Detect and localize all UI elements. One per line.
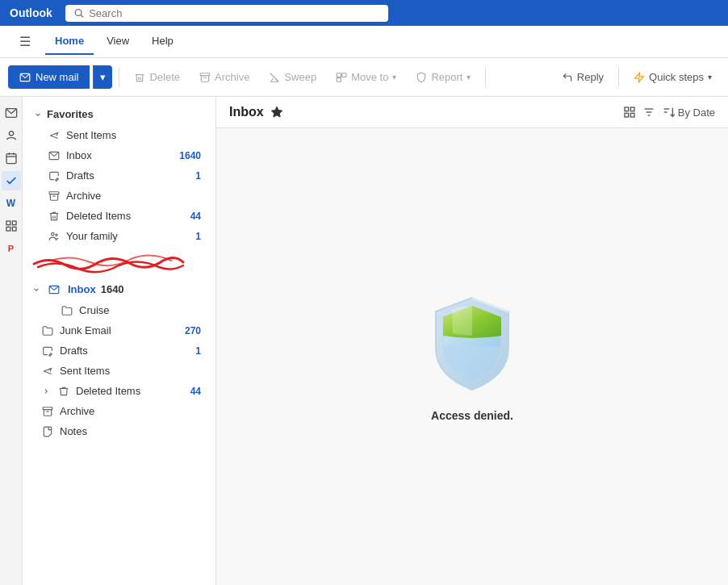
star-icon[interactable] [270, 106, 283, 119]
toolbar-separator [119, 68, 119, 87]
collapse-inbox-icon [32, 286, 40, 294]
inbox-icon [48, 150, 60, 161]
folder-item-sent-fav[interactable]: Sent Items [26, 125, 212, 145]
delete-button[interactable]: Delete [126, 66, 188, 88]
content-header: Inbox [216, 97, 728, 128]
folder-item-sent2[interactable]: Sent Items [26, 361, 212, 381]
svg-line-20 [57, 178, 58, 178]
svg-marker-8 [635, 73, 644, 82]
sent-icon [48, 130, 60, 141]
sidebar-icon-people[interactable] [2, 126, 21, 145]
svg-rect-21 [49, 191, 59, 194]
app-title: Outlook [10, 6, 52, 19]
access-denied-text: Access denied. [431, 409, 513, 422]
sent2-icon [42, 366, 53, 377]
deleted2-count: 44 [190, 386, 201, 397]
sidebar-icon-word[interactable]: W [2, 194, 21, 213]
filter-button[interactable] [642, 106, 655, 119]
folder-item-archive2[interactable]: Archive [26, 401, 212, 421]
sidebar-icon-grid[interactable] [2, 216, 21, 236]
svg-rect-30 [630, 107, 634, 111]
svg-rect-11 [6, 154, 16, 164]
report-button[interactable]: Report [408, 66, 479, 88]
folder-item-archive-fav[interactable]: Archive [26, 186, 212, 206]
tab-home[interactable]: Home [45, 28, 94, 55]
envelope-icon [19, 72, 31, 83]
folder-item-deleted2[interactable]: Deleted Items 44 [26, 381, 212, 401]
search-icon [73, 7, 84, 19]
hamburger-button[interactable]: ☰ [16, 31, 34, 52]
folder-item-drafts-fav[interactable]: Drafts 1 [26, 165, 212, 186]
folder-item-inbox-fav[interactable]: Inbox 1640 [26, 145, 212, 165]
archive-button[interactable]: Archive [191, 66, 257, 88]
sidebar-icon-calendar[interactable] [2, 148, 21, 168]
svg-marker-28 [271, 107, 282, 117]
folder-item-cruise[interactable]: Cruise [26, 300, 212, 320]
quick-steps-button[interactable]: Quick steps ▾ [625, 66, 720, 88]
scribble-area [26, 248, 212, 277]
expand-icon [42, 387, 50, 395]
favorites-header[interactable]: Favorites [23, 103, 215, 125]
svg-rect-18 [12, 227, 16, 231]
svg-rect-16 [12, 221, 16, 225]
folder-item-drafts2[interactable]: Drafts 1 [26, 341, 212, 361]
tab-view[interactable]: View [97, 28, 139, 55]
tab-help[interactable]: Help [142, 28, 183, 55]
svg-point-23 [52, 232, 55, 236]
toolbar-sep-3 [618, 68, 619, 87]
svg-rect-26 [43, 407, 52, 409]
archive-icon [199, 72, 211, 83]
family-icon [48, 231, 60, 242]
sweep-button[interactable]: Sweep [261, 66, 324, 88]
drafts-fav-count: 1 [195, 170, 201, 182]
trash-icon [48, 211, 60, 222]
drafts-icon [48, 170, 60, 182]
sidebar-icon-rail: W P [0, 97, 23, 585]
new-mail-button[interactable]: New mail [8, 65, 90, 89]
lightning-icon [634, 72, 645, 83]
toolbar-right: Reply Quick steps ▾ [554, 66, 720, 88]
subfolder-icon [61, 305, 73, 316]
svg-point-10 [9, 132, 13, 136]
svg-rect-15 [6, 221, 10, 225]
inbox-fav-count: 1640 [179, 150, 201, 161]
sidebar-icon-mail[interactable] [2, 103, 21, 123]
titlebar: Outlook [0, 0, 728, 26]
svg-rect-29 [625, 107, 629, 111]
content-header-actions: By Date [623, 106, 715, 119]
red-scribble [26, 248, 187, 277]
new-mail-dropdown[interactable]: ▾ [93, 65, 112, 89]
sidebar-icon-tasks[interactable] [2, 171, 21, 190]
junk-count: 270 [185, 325, 201, 336]
svg-rect-3 [200, 73, 210, 75]
search-bar[interactable] [65, 5, 388, 22]
sort-button[interactable]: By Date [662, 106, 715, 119]
drafts2-count: 1 [195, 345, 201, 357]
folder-item-notes[interactable]: Notes [26, 421, 212, 441]
svg-rect-31 [625, 113, 629, 117]
reply-button[interactable]: Reply [554, 66, 612, 88]
folder-item-junk[interactable]: Junk Email 270 [26, 320, 212, 341]
drafts2-icon [42, 345, 53, 357]
family-count: 1 [195, 231, 201, 242]
collapse-icon [34, 111, 42, 119]
svg-rect-6 [342, 73, 346, 77]
folder-item-deleted-fav[interactable]: Deleted Items 44 [26, 206, 212, 226]
move-to-button[interactable]: Move to [328, 66, 404, 88]
access-denied-area: Access denied. [216, 128, 728, 585]
view-toggle-button[interactable] [623, 106, 636, 119]
inbox-count: 1640 [101, 283, 124, 295]
move-icon [336, 72, 347, 83]
main-layout: W P Favorites Sent Items Inbox [0, 97, 728, 585]
inbox-expand-header[interactable]: Inbox 1640 [23, 278, 215, 300]
filter-icon [642, 106, 655, 119]
sidebar-icon-ppt[interactable]: P [2, 239, 21, 258]
toolbar-separator-2 [485, 68, 486, 87]
svg-rect-17 [6, 227, 10, 231]
shield-graphic [424, 291, 521, 396]
inbox-title: Inbox [229, 105, 264, 119]
archive2-icon [42, 406, 53, 417]
search-input[interactable] [89, 7, 380, 19]
folder-item-family-fav[interactable]: Your family 1 [26, 226, 212, 246]
reply-icon [562, 72, 573, 83]
